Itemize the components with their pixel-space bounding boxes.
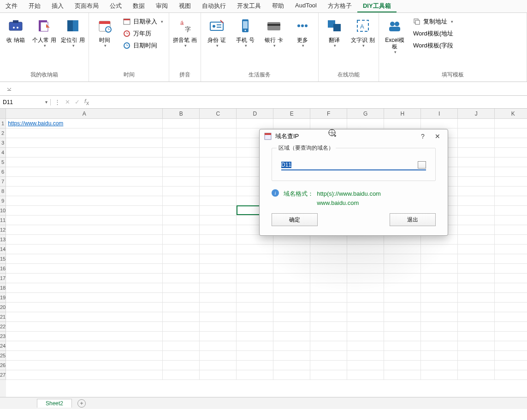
- dialog-close-button[interactable]: ✕: [432, 133, 443, 140]
- row-header-16[interactable]: 16: [0, 264, 6, 274]
- cell-K1[interactable]: [495, 119, 527, 128]
- cell-H27[interactable]: [384, 370, 421, 380]
- cell-D23[interactable]: [237, 332, 273, 341]
- cell-C1[interactable]: [200, 119, 237, 128]
- menu-tab-5[interactable]: 数据: [127, 0, 150, 12]
- cell-D26[interactable]: [237, 361, 273, 370]
- cell-C26[interactable]: [200, 361, 237, 370]
- cell-F13[interactable]: [310, 235, 347, 245]
- cell-A4[interactable]: [6, 148, 163, 158]
- cell-G17[interactable]: [347, 274, 384, 283]
- cell-B12[interactable]: [163, 225, 200, 235]
- cell-F21[interactable]: [310, 312, 347, 322]
- translate-button[interactable]: 翻译: [322, 15, 346, 48]
- menu-tab-13[interactable]: DIY工具箱: [357, 0, 397, 12]
- cell-E14[interactable]: [273, 245, 310, 254]
- col-header-H[interactable]: H: [384, 109, 421, 119]
- cell-H19[interactable]: [384, 293, 421, 303]
- dialog-help-button[interactable]: ?: [417, 133, 428, 140]
- cell-F17[interactable]: [310, 274, 347, 283]
- row-header-3[interactable]: 3: [0, 138, 6, 148]
- cell-E17[interactable]: [273, 274, 310, 283]
- cell-C3[interactable]: [200, 138, 237, 148]
- cell-D18[interactable]: [237, 283, 273, 293]
- col-header-B[interactable]: B: [163, 109, 200, 119]
- cell-I18[interactable]: [421, 283, 458, 293]
- col-header-F[interactable]: F: [310, 109, 347, 119]
- cell-F1[interactable]: [310, 119, 347, 128]
- cell-B22[interactable]: [163, 322, 200, 332]
- cell-I15[interactable]: [421, 254, 458, 264]
- cell-B19[interactable]: [163, 293, 200, 303]
- cell-A23[interactable]: [6, 332, 163, 341]
- cell-F23[interactable]: [310, 332, 347, 341]
- cell-E23[interactable]: [273, 332, 310, 341]
- cell-C14[interactable]: [200, 245, 237, 254]
- cell-K21[interactable]: [495, 312, 527, 322]
- cell-A19[interactable]: [6, 293, 163, 303]
- cell-A9[interactable]: [6, 196, 163, 206]
- cell-H21[interactable]: [384, 312, 421, 322]
- cell-H17[interactable]: [384, 274, 421, 283]
- cell-H13[interactable]: [384, 235, 421, 245]
- range-picker-button[interactable]: [418, 161, 426, 169]
- cell-D1[interactable]: [237, 119, 273, 128]
- cell-K27[interactable]: [495, 370, 527, 380]
- cell-K3[interactable]: [495, 138, 527, 148]
- cell-J3[interactable]: [458, 138, 495, 148]
- cell-J6[interactable]: [458, 167, 495, 177]
- cell-J21[interactable]: [458, 312, 495, 322]
- row-header-5[interactable]: 5: [0, 158, 6, 167]
- cell-B10[interactable]: [163, 206, 200, 216]
- cell-A7[interactable]: [6, 177, 163, 187]
- cell-A22[interactable]: [6, 322, 163, 332]
- cell-C4[interactable]: [200, 148, 237, 158]
- col-header-E[interactable]: E: [273, 109, 310, 119]
- cell-D22[interactable]: [237, 322, 273, 332]
- row-header-17[interactable]: 17: [0, 274, 6, 283]
- add-sheet-button[interactable]: +: [77, 399, 86, 408]
- cell-K5[interactable]: [495, 158, 527, 167]
- cell-K23[interactable]: [495, 332, 527, 341]
- menu-tab-6[interactable]: 审阅: [150, 0, 173, 12]
- phone-button[interactable]: 手机 号: [233, 15, 257, 48]
- cell-K16[interactable]: [495, 264, 527, 274]
- cell-B11[interactable]: [163, 216, 200, 225]
- cell-J10[interactable]: [458, 206, 495, 216]
- name-box-dropdown-icon[interactable]: ▾: [45, 99, 47, 105]
- cell-A13[interactable]: [6, 235, 163, 245]
- id-card-button[interactable]: 身份 证: [205, 15, 229, 48]
- cell-E1[interactable]: [273, 119, 310, 128]
- cell-H24[interactable]: [384, 341, 421, 351]
- cell-C10[interactable]: [200, 206, 237, 216]
- menu-tab-2[interactable]: 插入: [46, 0, 69, 12]
- ok-button[interactable]: 确定: [272, 213, 318, 226]
- cell-H25[interactable]: [384, 351, 421, 361]
- cell-J2[interactable]: [458, 128, 495, 138]
- name-box[interactable]: ▾: [0, 99, 51, 105]
- row-header-20[interactable]: 20: [0, 303, 6, 312]
- cell-J23[interactable]: [458, 332, 495, 341]
- row-header-9[interactable]: 9: [0, 196, 6, 206]
- cell-I13[interactable]: [421, 235, 458, 245]
- cell-B5[interactable]: [163, 158, 200, 167]
- cell-C27[interactable]: [200, 370, 237, 380]
- cell-D24[interactable]: [237, 341, 273, 351]
- menu-tab-11[interactable]: AudTool: [290, 0, 322, 12]
- cell-G24[interactable]: [347, 341, 384, 351]
- row-header-10[interactable]: 10: [0, 206, 6, 216]
- cell-I27[interactable]: [421, 370, 458, 380]
- more-icon[interactable]: ⋮: [54, 99, 60, 105]
- cell-C20[interactable]: [200, 303, 237, 312]
- cell-K7[interactable]: [495, 177, 527, 187]
- word-template-addr-button[interactable]: Word模板(地址: [411, 29, 455, 39]
- cell-E16[interactable]: [273, 264, 310, 274]
- cell-B18[interactable]: [163, 283, 200, 293]
- cell-G20[interactable]: [347, 303, 384, 312]
- cell-K8[interactable]: [495, 187, 527, 196]
- cell-D21[interactable]: [237, 312, 273, 322]
- cell-E15[interactable]: [273, 254, 310, 264]
- cell-C17[interactable]: [200, 274, 237, 283]
- select-all-corner[interactable]: [0, 109, 6, 119]
- cell-B25[interactable]: [163, 351, 200, 361]
